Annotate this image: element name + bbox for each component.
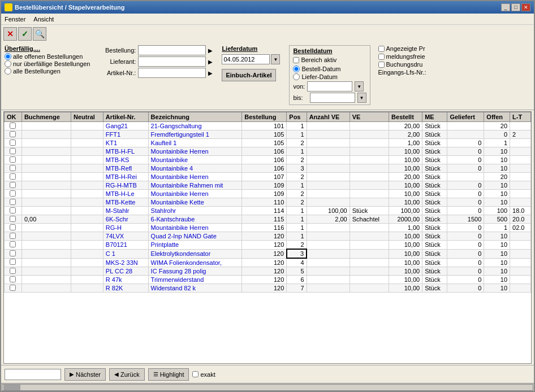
- row-ok-checkbox[interactable]: [10, 173, 16, 180]
- row-ok-checkbox[interactable]: [10, 140, 16, 146]
- cell-bezeichnung[interactable]: Widerstand 82 k: [148, 284, 242, 293]
- cell-artikel[interactable]: MTB-Kette: [103, 198, 148, 207]
- row-ok-checkbox[interactable]: [10, 233, 16, 239]
- artikel-btn[interactable]: ▶: [208, 70, 213, 76]
- horizontal-scrollbar[interactable]: [1, 383, 534, 391]
- lieferdatum-dropdown[interactable]: ▼: [271, 54, 280, 64]
- cell-artikel[interactable]: C 1: [103, 249, 148, 258]
- menu-fenster[interactable]: Fenster: [3, 16, 27, 23]
- cell-artikel[interactable]: 74LVX: [103, 232, 148, 241]
- h-scrollbar-thumb[interactable]: [3, 385, 20, 390]
- cell-bezeichnung[interactable]: Mountainbike Herren: [148, 190, 242, 198]
- cancel-button[interactable]: ✕: [3, 27, 17, 41]
- row-ok-checkbox[interactable]: [10, 123, 16, 129]
- bestellung-input[interactable]: [138, 45, 206, 55]
- cell-artikel[interactable]: MTB-H-Rei: [103, 173, 148, 181]
- exakt-checkbox[interactable]: [192, 371, 199, 377]
- naechster-button[interactable]: ▶ Nächster: [64, 368, 106, 381]
- cell-bezeichnung[interactable]: Mountainbike Herren: [148, 173, 242, 181]
- row-ok-checkbox[interactable]: [10, 182, 16, 188]
- cell-artikel[interactable]: PL CC 28: [103, 267, 148, 276]
- row-ok-checkbox[interactable]: [10, 276, 16, 282]
- bis-dropdown[interactable]: ▼: [357, 93, 366, 103]
- row-ok-checkbox[interactable]: [10, 207, 16, 214]
- cell-bestellung: 120: [242, 276, 287, 284]
- cell-artikel[interactable]: Gang21: [103, 122, 148, 130]
- row-ok-checkbox[interactable]: [10, 250, 16, 256]
- cell-bezeichnung[interactable]: Mountainbike 4: [148, 164, 242, 173]
- cell-bezeichnung[interactable]: WIMA Folienkondensator,: [148, 258, 242, 267]
- cell-bezeichnung[interactable]: Fremdfertigungsteil 1: [148, 130, 242, 139]
- cell-artikel[interactable]: R 82K: [103, 284, 148, 293]
- angezeigte-checkbox[interactable]: [378, 46, 385, 52]
- cell-bezeichnung[interactable]: IC Fassung 28 polig: [148, 267, 242, 276]
- von-input[interactable]: [307, 81, 352, 92]
- cell-artikel[interactable]: MTB-H-Le: [103, 190, 148, 198]
- cell-artikel[interactable]: MTB-Refl: [103, 164, 148, 173]
- cell-artikel[interactable]: MTB-KS: [103, 156, 148, 164]
- close-button[interactable]: ✕: [521, 3, 530, 11]
- zurueck-button[interactable]: ◀ Zurück: [109, 368, 145, 381]
- confirm-button[interactable]: ✓: [18, 27, 32, 41]
- cell-artikel[interactable]: FFT1: [103, 130, 148, 139]
- radio-alle[interactable]: alle Bestellungen: [5, 68, 90, 75]
- cell-artikel[interactable]: MTB-H-FL: [103, 147, 148, 156]
- menu-ansicht[interactable]: Ansicht: [32, 16, 55, 23]
- row-ok-checkbox[interactable]: [10, 148, 16, 154]
- meldungsfreie-checkbox[interactable]: [378, 54, 385, 60]
- row-ok-checkbox[interactable]: [10, 131, 16, 137]
- cell-bezeichnung[interactable]: Mountainbike Herren: [148, 224, 242, 232]
- cell-artikel[interactable]: R 47k: [103, 276, 148, 284]
- cell-artikel[interactable]: KT1: [103, 139, 148, 147]
- bestellung-btn[interactable]: ▶: [208, 47, 213, 54]
- search-input[interactable]: [5, 369, 61, 380]
- row-ok-checkbox[interactable]: [10, 285, 16, 291]
- cell-bezeichnung[interactable]: Stahlrohr: [148, 207, 242, 215]
- row-ok-checkbox[interactable]: [10, 268, 16, 274]
- row-ok-checkbox[interactable]: [10, 165, 16, 171]
- cell-bezeichnung[interactable]: Kaufteil 1: [148, 139, 242, 147]
- cell-bezeichnung[interactable]: Quad 2-Inp NAND Gate: [148, 232, 242, 241]
- row-ok-checkbox[interactable]: [10, 190, 16, 197]
- row-ok-checkbox[interactable]: [10, 199, 16, 205]
- search-button[interactable]: 🔍: [33, 27, 46, 41]
- cell-artikel[interactable]: 6K-Schr: [103, 215, 148, 224]
- lieferdatum-input[interactable]: [222, 54, 270, 64]
- row-ok-checkbox[interactable]: [10, 156, 16, 163]
- cell-bezeichnung[interactable]: Trimmerwiderstand: [148, 276, 242, 284]
- cell-artikel[interactable]: RG-H-MTB: [103, 181, 148, 190]
- cell-buchmenge: [21, 267, 71, 276]
- row-ok-checkbox[interactable]: [10, 241, 16, 247]
- radio-ueberfaellige[interactable]: nur überfällige Bestellungen: [5, 60, 90, 67]
- maximize-button[interactable]: □: [511, 3, 520, 11]
- cell-bezeichnung[interactable]: Mountainbike Kette: [148, 198, 242, 207]
- cell-artikel[interactable]: MKS-2 33N: [103, 258, 148, 267]
- cell-bezeichnung[interactable]: Elektrolytkondensator: [148, 249, 242, 258]
- cell-artikel[interactable]: B70121: [103, 241, 148, 250]
- bereich-aktiv-checkbox[interactable]: [293, 57, 299, 63]
- minimize-button[interactable]: _: [501, 3, 510, 11]
- highlight-button[interactable]: ☰ Highlight: [148, 368, 189, 381]
- cell-bezeichnung[interactable]: Mountainbike Rahmen mit: [148, 181, 242, 190]
- h-scrollbar-track[interactable]: [2, 384, 533, 391]
- cell-bestellt: 10,00: [389, 258, 422, 267]
- einbuch-button[interactable]: Einbuch-Artikel: [222, 69, 275, 81]
- radio-alle-offenen[interactable]: alle offenen Bestellungen: [5, 53, 90, 60]
- cell-bezeichnung[interactable]: 6-Kantschraube: [148, 215, 242, 224]
- von-dropdown[interactable]: ▼: [355, 81, 364, 92]
- lieferant-input[interactable]: [138, 56, 206, 67]
- cell-bezeichnung[interactable]: Mountainbike: [148, 156, 242, 164]
- buchungsdruc-checkbox[interactable]: [378, 62, 385, 68]
- cell-artikel[interactable]: M-Stahlr: [103, 207, 148, 215]
- cell-artikel[interactable]: RG-H: [103, 224, 148, 232]
- cell-bezeichnung[interactable]: 21-Gangschaltung: [148, 122, 242, 130]
- cell-bezeichnung[interactable]: Mountainbike Herren: [148, 147, 242, 156]
- bis-input[interactable]: [310, 93, 355, 103]
- row-ok-checkbox[interactable]: [10, 216, 16, 222]
- cell-bezeichnung[interactable]: Printplatte: [148, 241, 242, 250]
- artikel-input[interactable]: [138, 68, 206, 78]
- exakt-item[interactable]: exakt: [192, 371, 215, 378]
- row-ok-checkbox[interactable]: [10, 224, 16, 230]
- lieferant-btn[interactable]: ▶: [208, 59, 213, 65]
- row-ok-checkbox[interactable]: [10, 259, 16, 265]
